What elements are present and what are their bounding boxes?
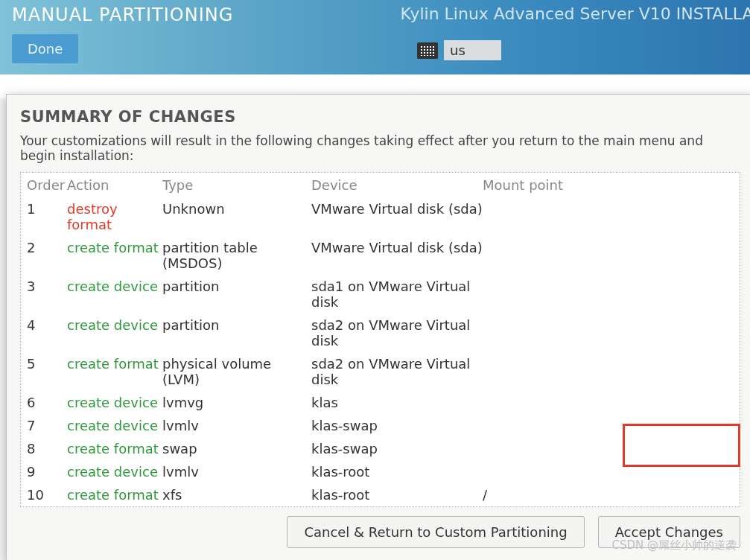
cell-type: physical volume (LVM) xyxy=(162,356,311,387)
cell-action: create format xyxy=(67,487,162,503)
changes-table: Order Action Type Device Mount point 1de… xyxy=(20,172,740,507)
cell-order: 10 xyxy=(21,487,67,503)
cell-type: swap xyxy=(162,441,311,456)
cell-mount xyxy=(483,240,740,271)
cell-action: create device xyxy=(67,317,162,349)
done-button[interactable]: Done xyxy=(12,34,78,63)
cell-order: 5 xyxy=(21,356,67,387)
cell-order: 1 xyxy=(21,201,67,232)
cell-order: 4 xyxy=(21,317,67,349)
product-title: Kylin Linux Advanced Server V10 INSTALLA… xyxy=(401,4,750,23)
cell-device: klas-swap xyxy=(311,418,483,433)
cell-mount xyxy=(483,356,740,387)
cell-type: partition xyxy=(162,279,311,310)
table-header: Order Action Type Device Mount point xyxy=(21,173,740,197)
cell-action: create device xyxy=(67,279,162,310)
cell-device: klas-root xyxy=(311,487,483,503)
cell-device: VMware Virtual disk (sda) xyxy=(311,201,483,232)
cell-type: partition xyxy=(162,317,311,349)
cell-order: 9 xyxy=(21,464,67,480)
cell-action: create format xyxy=(67,356,162,387)
cell-device: sda1 on VMware Virtual disk xyxy=(311,279,483,310)
cell-order: 3 xyxy=(21,279,67,310)
watermark-text: CSDN @屌丝小帅的逆袭 xyxy=(611,538,737,553)
cell-order: 7 xyxy=(21,418,67,433)
col-order: Order xyxy=(21,177,67,193)
cell-mount xyxy=(483,464,740,480)
cell-order: 2 xyxy=(21,240,67,271)
cell-device: klas xyxy=(311,395,483,410)
col-device: Device xyxy=(311,177,483,193)
cell-type: lvmvg xyxy=(162,395,311,410)
table-row[interactable]: 2create formatpartition table (MSDOS)VMw… xyxy=(21,236,740,275)
table-row[interactable]: 7create devicelvmlvklas-swap xyxy=(21,414,740,437)
cell-action: destroy format xyxy=(67,201,162,232)
table-row[interactable]: 6create devicelvmvgklas xyxy=(21,391,740,414)
cell-type: partition table (MSDOS) xyxy=(162,240,311,271)
table-row[interactable]: 10create formatxfsklas-root/ xyxy=(21,483,740,506)
cell-action: create format xyxy=(67,441,162,456)
cell-mount xyxy=(483,395,740,410)
cell-type: lvmlv xyxy=(162,464,311,480)
cell-device: sda2 on VMware Virtual disk xyxy=(311,317,483,349)
table-row[interactable]: 5create formatphysical volume (LVM)sda2 … xyxy=(21,352,740,391)
col-mount: Mount point xyxy=(483,177,740,193)
table-row[interactable]: 9create devicelvmlvklas-root xyxy=(21,460,740,483)
cell-mount xyxy=(483,279,740,310)
header-bar: MANUAL PARTITIONING Kylin Linux Advanced… xyxy=(0,0,750,74)
table-row[interactable]: 8create formatswapklas-swap xyxy=(21,437,740,460)
cell-device: klas-swap xyxy=(311,441,483,456)
cell-action: create device xyxy=(67,395,162,410)
dialog-subtitle: Your customizations will result in the f… xyxy=(20,133,740,163)
cell-mount xyxy=(483,317,740,349)
cell-type: Unknown xyxy=(162,201,311,232)
col-action: Action xyxy=(67,177,162,193)
cell-mount: / xyxy=(483,487,740,503)
cancel-button[interactable]: Cancel & Return to Custom Partitioning xyxy=(287,516,584,548)
cell-device: klas-root xyxy=(311,464,483,480)
table-row[interactable]: 3create devicepartitionsda1 on VMware Vi… xyxy=(21,275,740,314)
cell-type: xfs xyxy=(162,487,311,503)
cell-order: 6 xyxy=(21,395,67,410)
table-row[interactable]: 4create devicepartitionsda2 on VMware Vi… xyxy=(21,314,740,352)
keyboard-selector[interactable]: us xyxy=(417,40,501,60)
cell-action: create device xyxy=(67,464,162,480)
cell-type: lvmlv xyxy=(162,418,311,433)
cell-order: 8 xyxy=(21,441,67,456)
cell-action: create format xyxy=(67,240,162,271)
cell-mount xyxy=(483,441,740,456)
dialog-title: SUMMARY OF CHANGES xyxy=(20,108,740,126)
cell-device: sda2 on VMware Virtual disk xyxy=(311,356,483,387)
col-type: Type xyxy=(162,177,311,193)
cell-mount xyxy=(483,418,740,433)
cell-action: create device xyxy=(67,418,162,433)
cell-mount xyxy=(483,201,740,232)
keyboard-layout: us xyxy=(444,40,501,60)
summary-dialog: SUMMARY OF CHANGES Your customizations w… xyxy=(6,94,750,560)
table-row[interactable]: 1destroy formatUnknownVMware Virtual dis… xyxy=(21,197,740,236)
cell-device: VMware Virtual disk (sda) xyxy=(311,240,483,271)
keyboard-icon xyxy=(417,42,438,59)
